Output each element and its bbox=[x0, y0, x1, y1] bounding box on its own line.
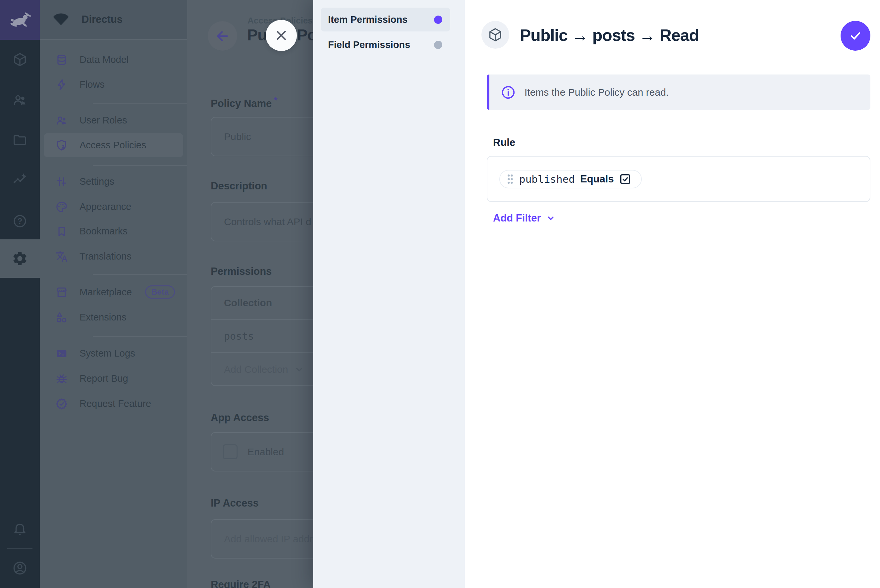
settings-nav-panel: Directus Data Model Flows bbox=[40, 0, 187, 588]
notifications-button[interactable] bbox=[0, 509, 40, 549]
translate-icon bbox=[55, 250, 68, 263]
collection-column-header: Collection bbox=[224, 297, 272, 309]
users-icon bbox=[12, 92, 27, 108]
ip-access-label: IP Access bbox=[211, 497, 259, 509]
add-collection-button[interactable]: Add Collection bbox=[211, 353, 313, 386]
permission-drawer: Public → posts → Read Items the Public P… bbox=[465, 0, 880, 588]
active-dot-icon bbox=[434, 15, 442, 24]
palette-icon bbox=[55, 200, 68, 213]
insights-icon bbox=[12, 172, 27, 187]
table-row-posts[interactable]: posts bbox=[211, 320, 313, 352]
require-2fa-label: Require 2FA bbox=[211, 579, 271, 588]
sidebar-item-translations[interactable]: Translations bbox=[44, 244, 183, 268]
terminal-icon bbox=[55, 347, 68, 360]
bug-icon bbox=[55, 372, 68, 386]
notice-text: Items the Public Policy can read. bbox=[525, 87, 669, 98]
ip-access-placeholder: Add allowed IP addr bbox=[224, 533, 313, 544]
info-icon bbox=[501, 85, 516, 100]
info-notice: Items the Public Policy can read. bbox=[487, 75, 870, 110]
sidebar-item-label: System Logs bbox=[80, 348, 135, 359]
insights-module-button[interactable] bbox=[0, 160, 40, 199]
files-module-button[interactable] bbox=[0, 120, 40, 160]
content-module-button[interactable] bbox=[0, 40, 40, 80]
description-label: Description bbox=[211, 180, 268, 192]
policy-detail-page: Access Policies Public Policy Policy Nam… bbox=[187, 0, 313, 588]
sidebar-item-user-roles[interactable]: User Roles bbox=[44, 108, 183, 132]
project-name: Directus bbox=[81, 14, 123, 26]
permissions-label: Permissions bbox=[211, 266, 272, 278]
enabled-checkbox-label: Enabled bbox=[248, 446, 284, 458]
required-asterisk: * bbox=[274, 95, 277, 105]
module-bar: ? bbox=[0, 0, 40, 588]
verified-icon bbox=[55, 397, 68, 411]
sidebar-item-report-bug[interactable]: Report Bug bbox=[44, 366, 183, 391]
chevron-down-icon bbox=[294, 364, 304, 375]
sidebar-item-settings[interactable]: Settings bbox=[44, 170, 183, 194]
app-access-label: App Access bbox=[211, 412, 269, 424]
help-module-button[interactable]: ? bbox=[0, 201, 40, 241]
filter-operator[interactable]: Equals bbox=[580, 173, 614, 185]
sidebar-item-label: Report Bug bbox=[80, 373, 128, 384]
sidebar-item-label: Data Model bbox=[80, 54, 129, 65]
sidebar-item-label: Appearance bbox=[80, 201, 131, 212]
users-module-button[interactable] bbox=[0, 80, 40, 120]
settings-gear-icon bbox=[12, 250, 28, 267]
sidebar-item-extensions[interactable]: Extensions bbox=[44, 305, 183, 329]
sidebar-item-label: Request Feature bbox=[80, 398, 151, 409]
confirm-button[interactable] bbox=[841, 21, 870, 51]
svg-text:?: ? bbox=[18, 216, 23, 225]
permissions-header-row: Collection bbox=[211, 287, 313, 319]
policy-name-input[interactable]: Public bbox=[211, 117, 313, 156]
back-button[interactable] bbox=[208, 21, 237, 51]
drawer-side-panel: Item Permissions Field Permissions bbox=[313, 0, 465, 588]
add-filter-button[interactable]: Add Filter bbox=[493, 212, 556, 224]
enabled-checkbox[interactable] bbox=[223, 444, 238, 459]
help-icon: ? bbox=[12, 213, 27, 229]
collection-name: posts bbox=[224, 330, 254, 342]
sidebar-item-flows[interactable]: Flows bbox=[44, 72, 183, 97]
chevron-down-icon bbox=[546, 213, 556, 223]
tab-label: Field Permissions bbox=[328, 39, 434, 50]
bolt-icon bbox=[55, 78, 68, 92]
sidebar-item-data-model[interactable]: Data Model bbox=[44, 48, 183, 72]
sidebar-item-request-feature[interactable]: Request Feature bbox=[44, 392, 183, 416]
rule-label: Rule bbox=[493, 137, 515, 148]
tab-label: Item Permissions bbox=[328, 14, 434, 25]
sidebar-item-label: Settings bbox=[80, 176, 114, 187]
sidebar-item-access-policies[interactable]: Access Policies bbox=[44, 133, 183, 157]
tab-item-permissions[interactable]: Item Permissions bbox=[321, 8, 450, 32]
user-roles-icon bbox=[55, 114, 68, 127]
settings-module-button[interactable] bbox=[0, 239, 40, 278]
beta-badge: Beta bbox=[145, 285, 175, 298]
database-icon bbox=[55, 53, 68, 66]
description-value: Controls what API d bbox=[224, 216, 311, 228]
notifications-bell-icon bbox=[12, 521, 27, 536]
filter-field-name[interactable]: published bbox=[519, 173, 575, 185]
close-drawer-button[interactable] bbox=[266, 20, 297, 51]
box-icon bbox=[12, 52, 27, 67]
filter-chip[interactable]: published Equals bbox=[499, 170, 642, 188]
sidebar-item-label: User Roles bbox=[80, 115, 127, 126]
tab-field-permissions[interactable]: Field Permissions bbox=[321, 33, 450, 57]
sidebar-item-bookmarks[interactable]: Bookmarks bbox=[44, 219, 183, 243]
add-filter-label: Add Filter bbox=[493, 212, 541, 224]
policy-name-label: Policy Name* bbox=[211, 95, 277, 110]
ip-access-input[interactable]: Add allowed IP addr bbox=[211, 519, 313, 558]
policy-name-value: Public bbox=[224, 131, 251, 142]
project-header[interactable]: Directus bbox=[40, 0, 187, 40]
shapes-icon bbox=[55, 311, 68, 324]
sidebar-item-system-logs[interactable]: System Logs bbox=[44, 341, 183, 366]
description-input[interactable]: Controls what API d bbox=[211, 202, 313, 242]
rule-container: published Equals bbox=[487, 156, 870, 202]
folder-icon bbox=[12, 132, 27, 147]
directus-logo-button[interactable] bbox=[0, 0, 40, 40]
drawer-title: Public → posts → Read bbox=[520, 26, 699, 45]
account-button[interactable] bbox=[0, 548, 40, 588]
close-icon bbox=[274, 28, 289, 43]
project-logo-icon bbox=[52, 13, 69, 26]
checked-checkbox-icon[interactable] bbox=[618, 172, 632, 186]
sidebar-item-label: Extensions bbox=[80, 312, 126, 323]
sidebar-item-appearance[interactable]: Appearance bbox=[44, 195, 183, 219]
arrow-left-icon bbox=[215, 28, 230, 44]
drag-handle-icon[interactable] bbox=[507, 174, 514, 185]
